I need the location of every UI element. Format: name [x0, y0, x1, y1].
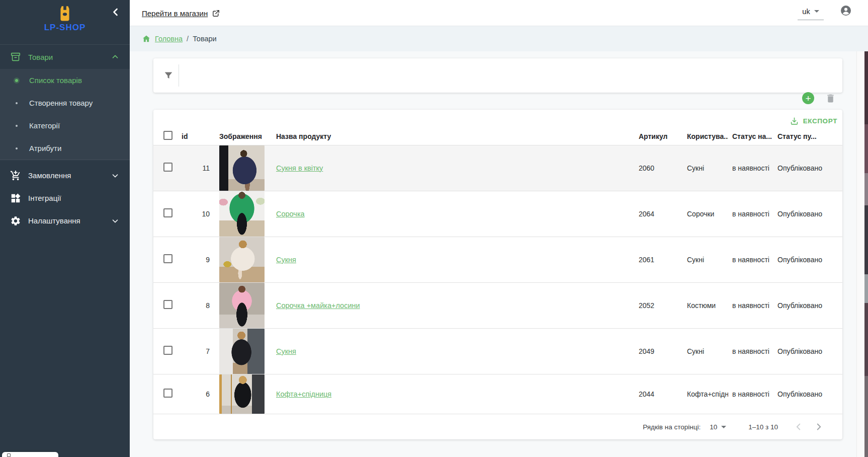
cell-stock-status: в наявності	[728, 237, 773, 282]
cell-stock-status: в наявності	[728, 374, 773, 414]
next-page-button[interactable]	[813, 421, 824, 432]
cell-publish-status: Опубліковано	[773, 328, 842, 374]
table-row: 6 Кофта+спідниця 2044 Кофта+спідниц в на…	[153, 374, 842, 414]
cell-publish-status: Опубліковано	[773, 237, 842, 282]
gear-icon	[10, 215, 21, 226]
cell-stock-status: в наявності	[728, 191, 773, 237]
export-row: ЕКСПОРТ	[153, 110, 842, 128]
breadcrumb-home-link[interactable]: Головна	[155, 35, 183, 43]
topbar: Перейти в магазин uk	[130, 0, 868, 26]
cell-id: 9	[182, 237, 210, 282]
sidebar-item-integrations[interactable]: Інтеграції	[0, 187, 130, 209]
product-name-link[interactable]: Сорочка +майка+лосини	[276, 301, 360, 310]
previous-page-button[interactable]	[793, 421, 804, 432]
cell-category: Кофта+спідниц	[683, 374, 728, 414]
product-name-link[interactable]: Сукня	[276, 256, 296, 264]
row-checkbox[interactable]	[163, 346, 172, 355]
delete-button[interactable]	[825, 93, 836, 104]
sidebar-item-categories[interactable]: Категорії	[0, 114, 130, 137]
sidebar-item-label: Інтеграції	[28, 194, 120, 202]
filter-divider	[179, 64, 179, 87]
table-row: 11 Сукня в квітку 2060 Сукні в наявності…	[153, 145, 842, 191]
product-name-link[interactable]: Кофта+спідниця	[276, 390, 331, 398]
product-image[interactable]	[219, 191, 265, 237]
sidebar-item-products[interactable]: Товари	[0, 44, 130, 69]
add-product-button[interactable]: +	[802, 92, 814, 104]
product-name-link[interactable]: Сукня	[276, 347, 296, 355]
product-image[interactable]	[219, 329, 265, 374]
breadcrumb: Головна / Товари	[130, 26, 868, 51]
logo[interactable]: LP-SHOP	[0, 0, 130, 44]
product-image[interactable]	[219, 145, 265, 191]
language-value: uk	[802, 8, 810, 16]
rows-per-page-label: Рядків на сторінці:	[643, 423, 701, 431]
go-to-store-label: Перейти в магазин	[142, 9, 208, 18]
cell-sku: 2052	[635, 282, 683, 328]
rows-per-page-value: 10	[710, 423, 717, 431]
cell-stock-status: в наявності	[728, 282, 773, 328]
row-checkbox[interactable]	[163, 208, 172, 217]
export-button[interactable]: ЕКСПОРТ	[790, 116, 837, 126]
product-image[interactable]	[219, 374, 265, 414]
select-all-checkbox[interactable]	[163, 131, 172, 140]
account-button[interactable]	[840, 5, 852, 17]
breadcrumb-current: Товари	[193, 35, 217, 43]
cell-sku: 2064	[635, 191, 683, 237]
bullet-icon	[16, 102, 18, 104]
table-header-row: id Зображення Назва продукту Артикул Кор…	[153, 128, 842, 145]
row-checkbox[interactable]	[163, 254, 172, 263]
cell-category: Костюми	[683, 282, 728, 328]
rows-per-page-select[interactable]: 10	[710, 423, 726, 431]
trash-icon	[825, 93, 836, 104]
sidebar-item-create-product[interactable]: Створення товару	[0, 92, 130, 114]
filter-button[interactable]	[163, 70, 174, 81]
cart-plus-icon	[10, 170, 21, 181]
column-header-image: Зображення	[210, 128, 271, 145]
logo-text: LP-SHOP	[0, 23, 130, 33]
row-checkbox[interactable]	[163, 300, 172, 309]
sidebar-item-label: Категорії	[29, 121, 60, 130]
widgets-icon	[10, 193, 21, 204]
cell-id: 11	[182, 145, 210, 191]
product-image[interactable]	[219, 283, 265, 328]
product-name-link[interactable]: Сукня в квітку	[276, 164, 323, 172]
sidebar-item-label: Замовлення	[28, 171, 111, 180]
scrollbar-gutter[interactable]	[856, 51, 864, 457]
cell-sku: 2049	[635, 328, 683, 374]
sidebar: LP-SHOP Товари Список товарів Створення …	[0, 0, 130, 457]
main-content: + ЕКСПОРТ id Зображення Наз	[130, 51, 868, 457]
cell-stock-status: в наявності	[728, 328, 773, 374]
go-to-store-link[interactable]: Перейти в магазин	[142, 0, 220, 26]
sidebar-item-attributes[interactable]: Атрибути	[0, 137, 130, 160]
sidebar-item-product-list[interactable]: Список товарів	[0, 69, 130, 92]
column-header-category: Користува...	[683, 128, 728, 145]
pagination-range: 1–10 з 10	[748, 423, 778, 431]
sidebar-item-label: Атрибути	[29, 144, 61, 153]
filter-panel	[153, 58, 842, 93]
table-row: 9 Сукня 2061 Сукні в наявності Опубліков…	[153, 237, 842, 282]
row-checkbox[interactable]	[163, 389, 172, 398]
cell-publish-status: Опубліковано	[773, 374, 842, 414]
bullet-icon	[16, 147, 18, 149]
caret-down-icon	[721, 426, 726, 428]
product-image[interactable]	[219, 237, 265, 282]
sidebar-item-settings[interactable]: Налаштування	[0, 209, 130, 232]
sidebar-item-label: Налаштування	[28, 216, 111, 225]
cell-publish-status: Опубліковано	[773, 282, 842, 328]
caret-down-icon	[814, 10, 819, 13]
chevron-left-icon	[110, 6, 122, 18]
sidebar-collapse-button[interactable]	[110, 6, 122, 18]
row-checkbox[interactable]	[163, 163, 172, 172]
column-header-id: id	[182, 128, 210, 145]
sidebar-item-orders[interactable]: Замовлення	[0, 164, 130, 187]
language-select[interactable]: uk	[798, 3, 824, 20]
product-name-link[interactable]: Сорочка	[276, 210, 305, 218]
cell-category: Сукні	[683, 145, 728, 191]
filter-funnel-icon	[163, 70, 174, 81]
chevron-up-icon	[111, 52, 120, 61]
cell-id: 6	[182, 374, 210, 414]
shop-bag-icon	[58, 5, 72, 21]
cell-id: 10	[182, 191, 210, 237]
export-label: ЕКСПОРТ	[803, 117, 837, 125]
products-table: id Зображення Назва продукту Артикул Кор…	[153, 128, 842, 414]
